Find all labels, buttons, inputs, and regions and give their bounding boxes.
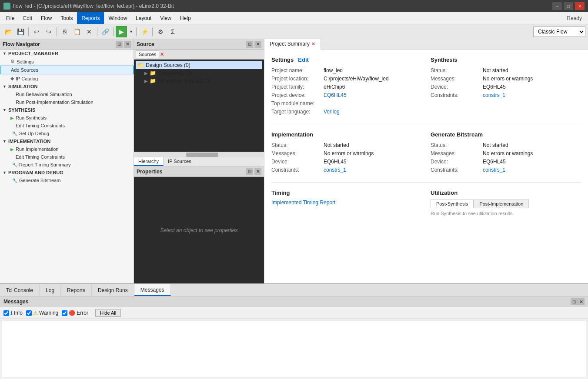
summary-grid-top: Settings Edit Project name: flow_led Pro… (271, 57, 581, 117)
synthesis-header: Synthesis (431, 57, 581, 63)
filter-warning-checkbox[interactable] (26, 310, 32, 316)
util-tab-post-synthesis[interactable]: Post-Synthesis (431, 199, 474, 208)
menu-reports[interactable]: Reports (77, 12, 104, 24)
source-close-button[interactable]: ✕ (254, 41, 261, 48)
source-design-sources[interactable]: 📁 Design Sources (0) (136, 61, 262, 69)
nav-add-sources[interactable]: Add Sources (0, 66, 134, 74)
sources-subtab-close[interactable]: ✕ (160, 52, 164, 57)
settings-row-4: Top module name: (271, 100, 422, 106)
tab-ip-sources[interactable]: IP Sources (164, 157, 196, 166)
properties-close-button[interactable]: ✕ (254, 168, 261, 175)
save-button[interactable]: 💾 (15, 26, 26, 37)
undo-button[interactable]: ↩ (31, 26, 42, 37)
app-icon (3, 3, 10, 10)
folder-icon-1: 📁 (137, 62, 144, 68)
nav-report-timing[interactable]: 🔧 Report Timing Summary (0, 161, 134, 169)
settings-edit-link[interactable]: Edit (298, 57, 309, 63)
delete-button[interactable]: ✕ (84, 26, 95, 37)
timing-report-link[interactable]: Implemented Timing Report (271, 199, 335, 206)
nav-settings[interactable]: ⚙ Settings (0, 57, 134, 66)
properties-float-button[interactable]: ⊡ (246, 168, 253, 175)
nav-edit-timing-synth[interactable]: Edit Timing Constraints (0, 122, 134, 130)
util-tab-post-impl[interactable]: Post-Implementation (474, 199, 529, 208)
hide-all-button[interactable]: Hide All (95, 309, 121, 317)
source-float-button[interactable]: ⊡ (246, 41, 253, 48)
impl-constraints-link[interactable]: constrs_1 (324, 167, 346, 173)
tab-log[interactable]: Log (40, 284, 61, 296)
project-summary-tab-close[interactable]: ✕ (311, 41, 315, 47)
flow-navigator-close[interactable]: ✕ (124, 41, 131, 48)
section-implementation[interactable]: ▼ IMPLEMENTATION (0, 137, 134, 145)
flow-selector[interactable]: Classic Flow RTL Flow (533, 27, 585, 37)
bottom-tabs: Tcl Console Log Reports Design Runs Mess… (0, 284, 588, 296)
tab-project-summary[interactable]: Project Summary ✕ (264, 39, 321, 50)
dbg-prog-icon: 🔧 (12, 178, 17, 183)
tab-design-runs[interactable]: Design Runs (92, 284, 134, 296)
nav-run-behavioral[interactable]: Run Behavioral Simulation (0, 90, 134, 98)
close-button[interactable]: ✕ (575, 2, 585, 10)
target-lang-link[interactable]: Verilog (324, 109, 340, 115)
program-button[interactable]: ⚡ (139, 26, 150, 37)
run-dropdown[interactable]: ▾ (128, 26, 134, 37)
copy-button[interactable]: ⎘ (59, 26, 70, 37)
source-simulation[interactable]: ▶ 📁 Simulation Sources (0) (136, 77, 262, 85)
synth-constraints-link[interactable]: constrs_1 (483, 92, 505, 98)
messages-float-button[interactable]: ⊡ (571, 298, 578, 305)
properties-content: Select an object to see properties (134, 177, 264, 283)
messages-filter: ℹ Info ⚠ Warning 🔴 Error Hide All (0, 307, 588, 319)
section-synthesis[interactable]: ▼ SYNTHESIS (0, 106, 134, 114)
gen-constraints-link[interactable]: constrs_1 (483, 167, 505, 173)
minimize-button[interactable]: ─ (552, 2, 562, 10)
section-project-manager[interactable]: ▼ PROJECT_MANAGER (0, 50, 134, 57)
menu-layout[interactable]: Layout (131, 12, 156, 24)
main-area: Flow Navigator ⊡ ✕ ▼ PROJECT_MANAGER ⚙ S… (0, 39, 588, 379)
float-button[interactable]: ⊡ (116, 41, 123, 48)
source-panel-header: Source ⊡ ✕ (134, 39, 264, 50)
menu-help[interactable]: Help (176, 12, 195, 24)
section-program-debug[interactable]: ▼ PROGRAM AND DEBUG (0, 169, 134, 176)
source-scrollbar[interactable] (134, 152, 264, 157)
ip-icon: ◆ (10, 76, 14, 81)
settings-button[interactable]: ⚙ (155, 26, 166, 37)
menu-tools[interactable]: Tools (56, 12, 77, 24)
filter-info-checkbox[interactable] (3, 310, 9, 316)
implementation-header: Implementation (271, 131, 422, 138)
nav-ip-catalog[interactable]: ◆ IP Catalog (0, 74, 134, 83)
link-button[interactable]: 🔗 (100, 26, 111, 37)
device-link[interactable]: EQ6HL45 (324, 92, 347, 98)
tab-reports[interactable]: Reports (61, 284, 92, 296)
summary-divider-1 (271, 124, 581, 124)
report-button[interactable]: Σ (167, 26, 178, 37)
nav-set-up-debug[interactable]: 🔧 Set Up Debug (0, 130, 134, 137)
menu-window[interactable]: Window (104, 12, 131, 24)
menu-view[interactable]: View (156, 12, 176, 24)
tab-hierarchy[interactable]: Hierarchy (134, 157, 164, 166)
nav-edit-timing-impl[interactable]: Edit Timing Constraints (0, 153, 134, 161)
window-title: flow_led - [C:/projects/eHiWay/flow_led/… (13, 3, 552, 9)
menu-edit[interactable]: Edit (19, 12, 37, 24)
messages-close-button[interactable]: ✕ (578, 298, 585, 305)
maximize-button[interactable]: □ (564, 2, 573, 10)
timing-section: Timing Implemented Timing Report (271, 190, 422, 216)
menu-flow[interactable]: Flow (37, 12, 56, 24)
section-simulation[interactable]: ▼ SIMULATION (0, 83, 134, 90)
filter-error-checkbox[interactable] (62, 310, 67, 316)
gen-row-1: Messages: No errors or warnings (431, 150, 581, 156)
folder-icon-constraints: 📁 (150, 70, 156, 76)
source-panel-title: Source (137, 41, 246, 47)
nav-run-implementation[interactable]: ▶ Run Implementation (0, 145, 134, 153)
run-button[interactable]: ▶ (116, 26, 127, 37)
source-constraints[interactable]: ▶ 📁 Constraints (1) (136, 69, 262, 77)
redo-button[interactable]: ↪ (43, 26, 54, 37)
tab-tcl-console[interactable]: Tcl Console (0, 284, 40, 296)
nav-run-post-impl[interactable]: Run Post-Implementation Simulation (0, 98, 134, 106)
sources-subtab[interactable]: Sources (136, 50, 159, 58)
tab-messages[interactable]: Messages (134, 284, 171, 296)
open-button[interactable]: 📂 (3, 26, 14, 37)
nav-generate-bitstream[interactable]: 🔧 Generate Bitstream (0, 176, 134, 184)
paste-button[interactable]: 📋 (71, 26, 83, 37)
toolbar-separator-5 (136, 27, 137, 36)
source-panel-buttons: ⊡ ✕ (246, 41, 261, 48)
nav-run-synthesis[interactable]: ▶ Run Synthesis (0, 114, 134, 122)
menu-file[interactable]: File (2, 12, 19, 24)
